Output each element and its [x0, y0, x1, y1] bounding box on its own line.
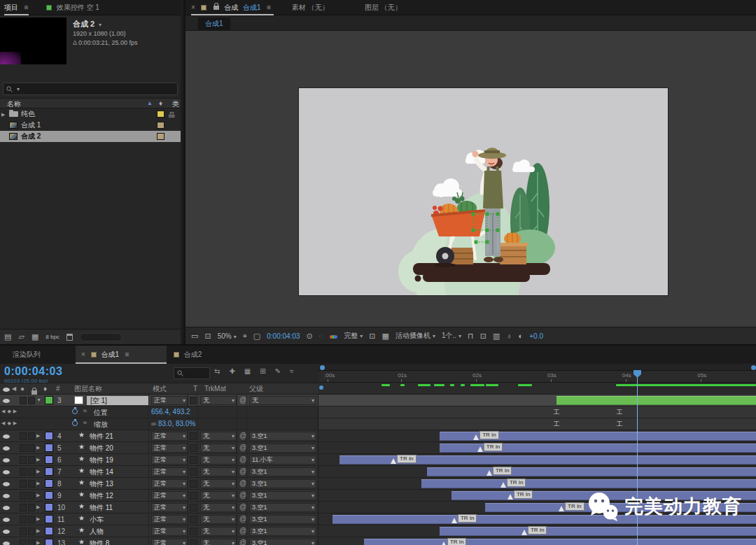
- layer-track[interactable]: TR In: [318, 430, 756, 441]
- parent-pickwhip-icon[interactable]: @: [239, 467, 246, 475]
- property-row[interactable]: ◀◆▶≈缩放∞ 83.0, 83.0%工工: [0, 418, 756, 430]
- keyframe-icon[interactable]: 工: [554, 420, 560, 429]
- layer-label-swatch[interactable]: [45, 396, 53, 404]
- timeline-search[interactable]: [174, 367, 210, 379]
- layer-track[interactable]: TR In: [318, 514, 756, 525]
- switch-cell[interactable]: [20, 492, 27, 500]
- layer-label-swatch[interactable]: [45, 503, 53, 511]
- timeline-search-input[interactable]: [186, 369, 206, 378]
- layer-name[interactable]: 物件 20: [90, 444, 113, 453]
- work-area-cache-strip[interactable]: [318, 383, 756, 395]
- layer-row[interactable]: ▶11★小车正常▾无▾@3.空1▾TR In: [0, 514, 756, 525]
- trkmat-toggle-cell[interactable]: [190, 504, 197, 511]
- switch-cell[interactable]: [20, 480, 27, 488]
- panel-menu-icon[interactable]: ≡: [125, 351, 130, 358]
- layer-row[interactable]: ▶10★物件 11正常▾无▾@3.空1▾TR In: [0, 502, 756, 514]
- layer-track[interactable]: TR In: [318, 478, 756, 489]
- flowchart-icon[interactable]: ♁: [506, 332, 512, 340]
- trkmat-dropdown[interactable]: 无▾: [200, 503, 237, 512]
- layer-track[interactable]: TR In: [318, 454, 756, 465]
- column-parent[interactable]: 父级: [249, 383, 263, 395]
- mode-dropdown[interactable]: 正常▾: [151, 479, 188, 488]
- panel-menu-icon[interactable]: ≡: [267, 3, 271, 11]
- layer-label-swatch[interactable]: [45, 432, 53, 440]
- visibility-eye-icon[interactable]: [3, 518, 10, 522]
- column-trkmat[interactable]: TrkMat: [204, 383, 226, 395]
- parent-dropdown[interactable]: 无▾: [249, 396, 316, 405]
- project-item-name[interactable]: 纯色: [21, 108, 35, 120]
- current-time-display[interactable]: 0:00:04:03 00103 (25.00 fps): [4, 365, 62, 384]
- mode-dropdown[interactable]: 正常▾: [151, 432, 188, 441]
- layer-name[interactable]: 小车: [90, 515, 104, 524]
- tab-composition[interactable]: × 合成 合成1 ≡: [191, 0, 274, 15]
- region-of-interest-icon[interactable]: ⊡: [369, 332, 375, 341]
- parent-pickwhip-icon[interactable]: @: [239, 491, 246, 499]
- parent-dropdown[interactable]: 3.空1▾: [249, 467, 316, 476]
- column-type[interactable]: 类: [172, 99, 179, 109]
- keyframe-navigator[interactable]: ◀◆▶: [1, 420, 19, 426]
- trkmat-toggle-cell[interactable]: [190, 539, 197, 545]
- layer-row[interactable]: ▼3[空 1]正常▾无▾@无▾: [0, 395, 756, 406]
- layer-row[interactable]: ▶7★物件 14正常▾无▾@3.空1▾TR In: [0, 466, 756, 478]
- show-snapshot-icon[interactable]: ◌: [319, 332, 324, 340]
- property-name[interactable]: 位置: [94, 408, 108, 418]
- switch-cell[interactable]: [28, 539, 35, 545]
- mode-dropdown[interactable]: 正常▾: [151, 467, 188, 476]
- switch-cell[interactable]: [20, 397, 27, 404]
- trkmat-dropdown[interactable]: 无▾: [200, 467, 237, 476]
- tab-project[interactable]: 项目 ≡: [4, 0, 29, 15]
- layer-name[interactable]: [空 1]: [87, 396, 148, 405]
- layer-duration-bar[interactable]: [427, 467, 756, 476]
- parent-dropdown[interactable]: 3.空1▾: [249, 515, 316, 524]
- pixel-aspect-icon[interactable]: ⊓: [468, 332, 474, 341]
- stopwatch-icon[interactable]: [72, 420, 78, 426]
- parent-pickwhip-icon[interactable]: @: [239, 527, 246, 535]
- time-navigator[interactable]: [318, 364, 756, 371]
- project-search-input[interactable]: [20, 85, 174, 94]
- draft-3d-icon[interactable]: ✚: [229, 367, 234, 375]
- expand-icon[interactable]: ▶: [1, 109, 5, 120]
- mode-dropdown[interactable]: 正常▾: [151, 491, 188, 500]
- layer-name[interactable]: 物件 12: [90, 491, 113, 500]
- navigator-start-knob[interactable]: [320, 365, 325, 370]
- visibility-eye-icon[interactable]: [3, 530, 10, 534]
- channel-icon[interactable]: [330, 332, 337, 340]
- parent-pickwhip-icon[interactable]: @: [239, 444, 246, 451]
- layer-name[interactable]: 物件 14: [90, 467, 113, 476]
- layer-row[interactable]: ▶4★物件 21正常▾无▾@3.空1▾TR In: [0, 430, 756, 442]
- column-t[interactable]: T: [193, 383, 197, 395]
- time-ruler[interactable]: :00s01s02s03s04s05s: [318, 371, 756, 383]
- switch-cell[interactable]: [28, 444, 35, 452]
- layer-track[interactable]: TR In: [318, 490, 756, 501]
- switch-cell[interactable]: [20, 504, 27, 511]
- layer-track[interactable]: TR In: [318, 525, 756, 537]
- column-mode[interactable]: 模式: [153, 383, 167, 395]
- trkmat-toggle-cell[interactable]: [190, 480, 197, 488]
- trkmat-dropdown[interactable]: 无▾: [200, 396, 237, 405]
- composition-canvas[interactable]: [299, 88, 668, 295]
- visibility-eye-icon[interactable]: [3, 434, 10, 439]
- keyframe-icon[interactable]: 工: [554, 408, 560, 417]
- trkmat-dropdown[interactable]: 无▾: [200, 539, 237, 545]
- layer-duration-bar[interactable]: [485, 503, 756, 512]
- primary-viewer-icon[interactable]: ⊡: [204, 332, 211, 341]
- mask-visibility-icon[interactable]: ▢: [253, 332, 260, 341]
- property-value[interactable]: ∞ 83.0, 83.0%: [151, 420, 195, 427]
- trkmat-dropdown[interactable]: 无▾: [200, 432, 237, 441]
- parent-dropdown[interactable]: 3.空1▾: [249, 503, 316, 512]
- project-item-name[interactable]: 合成 2: [21, 131, 41, 142]
- trash-icon[interactable]: [66, 334, 73, 341]
- video-column-icon[interactable]: [3, 388, 10, 392]
- layer-label-swatch[interactable]: [45, 479, 53, 488]
- parent-dropdown[interactable]: 3.空1▾: [249, 539, 316, 545]
- snapshot-camera-icon[interactable]: ⊙: [307, 332, 313, 341]
- project-item[interactable]: 合成 2: [0, 131, 181, 142]
- keyframe-icon[interactable]: 工: [617, 408, 623, 417]
- layer-expand-toggle[interactable]: ▶: [36, 445, 40, 451]
- trkmat-toggle-cell[interactable]: [190, 516, 197, 523]
- switch-cell[interactable]: [28, 480, 35, 488]
- switch-cell[interactable]: [20, 539, 27, 545]
- trkmat-dropdown[interactable]: 无▾: [200, 479, 237, 488]
- label-color-swatch[interactable]: [157, 111, 164, 118]
- label-color-swatch[interactable]: [157, 122, 164, 129]
